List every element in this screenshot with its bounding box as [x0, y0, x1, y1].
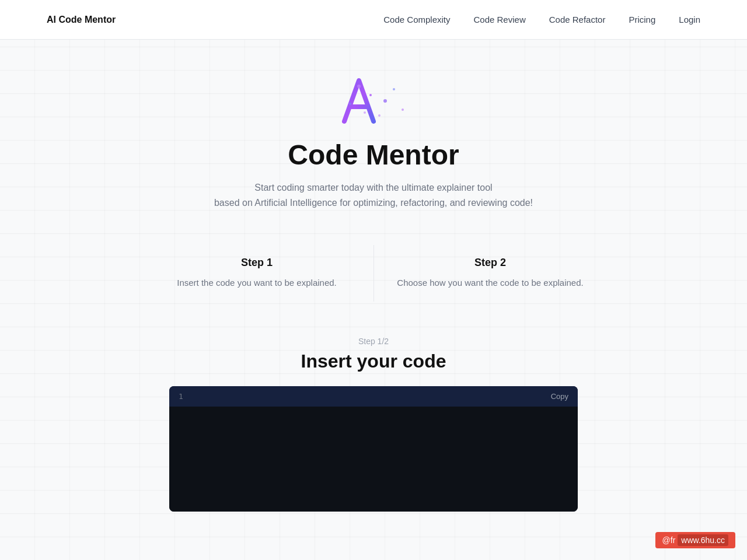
step-1-description: Insert the code you want to be explained…	[163, 276, 350, 290]
code-section-title: Insert your code	[301, 351, 446, 372]
svg-point-6	[393, 88, 395, 90]
step-indicator: Step 1/2	[358, 337, 389, 346]
hero-subtitle: Start coding smarter today with the ulti…	[214, 180, 533, 210]
svg-point-5	[378, 114, 381, 117]
navbar: AI Code Mentor Code Complexity Code Revi…	[0, 0, 747, 40]
code-editor-header: 1 Copy	[169, 386, 578, 407]
nav-links: Code Complexity Code Review Code Refacto…	[383, 15, 700, 25]
code-editor: 1 Copy	[169, 386, 578, 512]
nav-brand[interactable]: AI Code Mentor	[47, 15, 116, 25]
svg-point-3	[369, 94, 372, 96]
hero-title: Code Mentor	[288, 139, 459, 171]
nav-link-code-complexity[interactable]: Code Complexity	[383, 15, 450, 24]
watermark: @frwww.6hu.cc	[655, 532, 735, 548]
ai-logo	[338, 75, 409, 127]
nav-link-code-review[interactable]: Code Review	[474, 15, 526, 24]
svg-point-1	[357, 85, 361, 88]
watermark-domain: www.6hu.cc	[678, 534, 728, 546]
watermark-text: @fr	[662, 536, 676, 545]
nav-link-code-refactor[interactable]: Code Refactor	[549, 15, 606, 24]
svg-point-2	[349, 103, 351, 105]
step-1: Step 1 Insert the code you want to be ex…	[140, 245, 374, 302]
copy-button[interactable]: Copy	[551, 392, 568, 401]
code-editor-body[interactable]	[169, 407, 578, 512]
hero-subtitle-line2: based on Artificial Intelligence for opt…	[214, 198, 533, 208]
line-number: 1	[179, 392, 183, 401]
nav-link-pricing[interactable]: Pricing	[629, 15, 655, 24]
step-1-title: Step 1	[163, 257, 350, 269]
step-2-title: Step 2	[397, 257, 584, 269]
step-2-description: Choose how you want the code to be expla…	[397, 276, 584, 290]
hero-subtitle-line1: Start coding smarter today with the ulti…	[254, 183, 492, 192]
steps-container: Step 1 Insert the code you want to be ex…	[140, 245, 607, 302]
svg-point-4	[383, 99, 387, 103]
step-2: Step 2 Choose how you want the code to b…	[374, 245, 607, 302]
svg-point-7	[402, 108, 404, 111]
code-section: Step 1/2 Insert your code 1 Copy	[0, 337, 747, 512]
main-content: Code Mentor Start coding smarter today w…	[0, 40, 747, 512]
svg-point-8	[364, 111, 366, 114]
nav-link-login[interactable]: Login	[679, 15, 700, 24]
